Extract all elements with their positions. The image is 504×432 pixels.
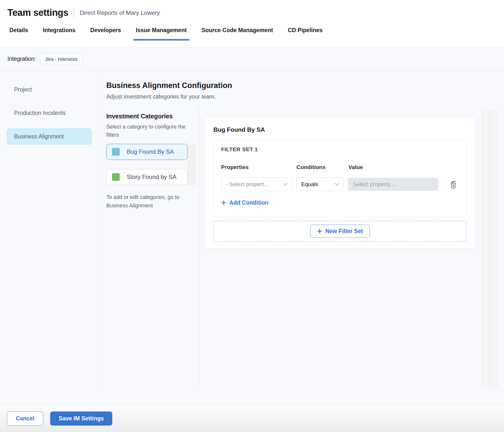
active-tab-underline bbox=[133, 39, 190, 41]
properties-select-placeholder: - Select propert... bbox=[226, 181, 269, 188]
tab-source-code-management-label: Source Code Management bbox=[202, 27, 273, 33]
tab-bar: Details Integrations Developers Issue Ma… bbox=[0, 18, 504, 40]
tab-integrations[interactable]: Integrations bbox=[40, 27, 78, 40]
settings-sidebar: Project Production Incidents Business Al… bbox=[0, 71, 99, 388]
category-color-swatch bbox=[112, 173, 120, 181]
main-region: Business Alignment Configuration Adjust … bbox=[99, 71, 504, 388]
condition-row: - Select propert... Equals bbox=[221, 177, 459, 191]
delete-condition-button[interactable] bbox=[449, 180, 458, 189]
tab-details-label: Details bbox=[9, 27, 28, 33]
tab-integrations-label: Integrations bbox=[43, 27, 75, 33]
category-list-scrollbar[interactable] bbox=[188, 144, 195, 185]
filter-set-column-headers: Properties Conditions Value bbox=[221, 164, 459, 171]
tab-cd-pipelines-label: CD Pipelines bbox=[288, 27, 323, 33]
page-subtitle: Direct Reports of Mary Lowery bbox=[80, 9, 160, 16]
cancel-button[interactable]: Cancel bbox=[7, 411, 43, 426]
tab-developers-label: Developers bbox=[90, 27, 121, 33]
new-filter-set-button[interactable]: New Filter Set bbox=[310, 225, 369, 238]
sidebar-item-production-incidents[interactable]: Production Incidents bbox=[7, 105, 92, 121]
categories-footnote: To add or edit categories, go to Busines… bbox=[106, 193, 189, 210]
conditions-select-value: Equals bbox=[301, 181, 318, 188]
properties-select[interactable]: - Select propert... bbox=[221, 177, 293, 191]
section-title: Business Alignment Configuration bbox=[106, 81, 504, 90]
add-condition-label: Add Condition bbox=[229, 199, 268, 206]
category-bug-found-by-sa[interactable]: Bug Found By SA bbox=[106, 144, 187, 160]
investment-categories-subtitle: Select a category to configure the filte… bbox=[106, 123, 192, 139]
chevron-down-icon bbox=[283, 183, 288, 186]
category-label: Story Found by SA bbox=[127, 173, 176, 180]
integration-row: Integration: Jira - Harness bbox=[0, 47, 504, 71]
plus-icon bbox=[221, 200, 226, 205]
tab-issue-management-label: Issue Management bbox=[136, 27, 187, 33]
category-color-swatch bbox=[112, 148, 120, 156]
column-header-conditions: Conditions bbox=[297, 164, 348, 171]
title-divider bbox=[74, 8, 74, 17]
tab-cd-pipelines[interactable]: CD Pipelines bbox=[285, 27, 326, 40]
sidebar-item-project[interactable]: Project bbox=[7, 82, 92, 98]
new-filter-set-label: New Filter Set bbox=[325, 228, 363, 235]
add-condition-button[interactable]: Add Condition bbox=[221, 199, 268, 206]
trash-icon bbox=[449, 180, 458, 189]
content-area: Integration: Jira - Harness Project Prod… bbox=[0, 47, 504, 405]
page-header: Team settings Direct Reports of Mary Low… bbox=[0, 0, 504, 47]
footer-bar: Cancel Save IM Settings bbox=[0, 405, 504, 432]
page-scrollbar[interactable] bbox=[490, 109, 498, 388]
tab-source-code-management[interactable]: Source Code Management bbox=[199, 27, 276, 40]
body-row: Project Production Incidents Business Al… bbox=[0, 71, 504, 388]
conditions-select[interactable]: Equals bbox=[297, 177, 344, 191]
team-settings-page: Team settings Direct Reports of Mary Low… bbox=[0, 0, 504, 432]
category-label: Bug Found By SA bbox=[127, 148, 174, 155]
filter-card-title: Bug Found By SA bbox=[213, 126, 467, 133]
filter-config-card: Bug Found By SA FILTER SET 1 Properties … bbox=[205, 117, 476, 248]
plus-icon bbox=[317, 229, 322, 234]
filter-set-1: FILTER SET 1 Properties Conditions Value… bbox=[213, 139, 467, 217]
investment-categories-title: Investment Categories bbox=[106, 113, 199, 120]
column-header-properties: Properties bbox=[221, 164, 297, 171]
sidebar-item-business-alignment[interactable]: Business Alignment bbox=[7, 129, 92, 145]
investment-categories-panel: Investment Categories Select a category … bbox=[99, 106, 199, 388]
save-im-settings-button[interactable]: Save IM Settings bbox=[50, 411, 112, 426]
section-subtitle: Adjust investment categories for your te… bbox=[106, 93, 504, 100]
tab-developers[interactable]: Developers bbox=[87, 27, 124, 40]
integration-chip[interactable]: Jira - Harness bbox=[40, 54, 83, 65]
page-title: Team settings bbox=[7, 7, 68, 18]
tab-details[interactable]: Details bbox=[6, 27, 31, 40]
tab-issue-management[interactable]: Issue Management bbox=[133, 27, 190, 40]
columns: Investment Categories Select a category … bbox=[99, 106, 504, 388]
integration-label: Integration: bbox=[7, 56, 36, 62]
heading-block: Business Alignment Configuration Adjust … bbox=[99, 71, 504, 106]
title-row: Team settings Direct Reports of Mary Low… bbox=[0, 0, 504, 18]
category-story-found-by-sa[interactable]: Story Found by SA bbox=[106, 169, 187, 185]
value-input[interactable] bbox=[348, 178, 438, 191]
filter-set-title: FILTER SET 1 bbox=[221, 146, 459, 153]
chevron-down-icon bbox=[335, 183, 339, 186]
column-header-value: Value bbox=[348, 164, 363, 171]
filter-column: Bug Found By SA FILTER SET 1 Properties … bbox=[199, 106, 504, 388]
new-filter-set-dropzone: New Filter Set bbox=[213, 221, 467, 242]
panel-scrollbar[interactable] bbox=[482, 109, 489, 388]
